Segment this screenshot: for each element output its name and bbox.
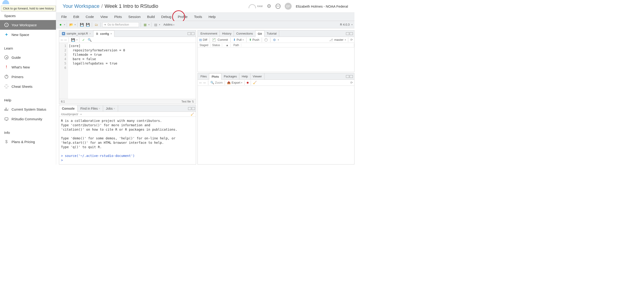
minimize-pane-icon[interactable] (188, 107, 191, 110)
diff-button[interactable]: ▤Diff (199, 38, 207, 42)
menu-help[interactable]: Help (206, 13, 218, 20)
menu-build[interactable]: Build (144, 13, 158, 20)
maximize-pane-icon[interactable] (192, 107, 195, 110)
tab-config[interactable]: 🗎 config × (94, 31, 114, 37)
tab-plots[interactable]: Plots (209, 73, 222, 80)
menu-tools[interactable]: Tools (191, 13, 205, 20)
ram-widget[interactable]: RAM (248, 4, 263, 8)
menu-edit[interactable]: Edit (70, 13, 82, 20)
tab-environment[interactable]: Environment (198, 31, 220, 37)
tab-git[interactable]: Git (256, 31, 264, 37)
maximize-pane-icon[interactable] (350, 75, 353, 78)
r-version-label[interactable]: R 4.0.3 (340, 23, 350, 26)
dropdown-caret-icon[interactable]: ▾ (159, 24, 160, 26)
minimize-pane-icon[interactable] (346, 75, 349, 78)
sidebar-item-community[interactable]: RStudio Community (0, 114, 56, 124)
user-name[interactable]: Elizabeth Holmes - NOAA Federal (296, 4, 348, 8)
sort-up-icon[interactable]: ▲ (224, 44, 230, 47)
prev-plot-icon[interactable]: ⇦ (199, 81, 202, 85)
new-file-icon[interactable]: ● (58, 22, 63, 27)
clear-plots-icon[interactable]: 🧹 (253, 81, 257, 84)
sidebar-item-guide[interactable]: Guide (0, 53, 56, 62)
forward-arrow-icon[interactable]: ⇨ (64, 38, 67, 42)
minimize-pane-icon[interactable] (346, 32, 349, 35)
sidebar-item-new-space[interactable]: + New Space (0, 30, 56, 39)
sidebar-item-system-status[interactable]: Current System Status (0, 104, 56, 114)
dropdown-caret-icon[interactable]: ▾ (278, 39, 279, 41)
next-plot-icon[interactable]: ⇨ (203, 81, 206, 85)
menu-view[interactable]: View (98, 13, 110, 20)
minimize-pane-icon[interactable] (188, 32, 191, 35)
settings-gear-icon[interactable]: ⚙ (267, 3, 271, 9)
export-button[interactable]: 📤Export ▾ (227, 81, 242, 84)
zoom-button[interactable]: 🔍Zoom (210, 81, 222, 84)
addins-menu[interactable]: Addins ▾ (164, 23, 174, 26)
col-path[interactable]: Path (232, 44, 241, 47)
tab-sample-script[interactable]: R sample_script.R × (60, 31, 94, 37)
menu-session[interactable]: Session (126, 13, 144, 20)
tab-connections[interactable]: Connections (234, 31, 255, 37)
back-arrow-icon[interactable]: ⇦ (60, 38, 63, 42)
tab-packages[interactable]: Packages (222, 73, 239, 80)
menu-debug[interactable]: Debug (158, 13, 174, 20)
branch-selector[interactable]: master (334, 38, 344, 42)
tab-find-in-files[interactable]: Find in Files × (78, 105, 103, 112)
more-menu-icon[interactable]: ••• (276, 4, 280, 9)
save-icon[interactable]: 💾 (79, 22, 84, 27)
menu-profile[interactable]: Profile (175, 13, 190, 20)
dropdown-caret-icon[interactable]: ▾ (148, 24, 150, 26)
commit-button[interactable]: Commit (212, 38, 228, 42)
sidebar-item-primers[interactable]: Primers (0, 72, 56, 82)
file-type-selector[interactable]: Text file (181, 100, 191, 103)
refresh-icon[interactable]: ⟳ (350, 38, 353, 42)
save-all-icon[interactable]: 💾 (85, 22, 90, 27)
tab-tutorial[interactable]: Tutorial (264, 31, 279, 37)
dropdown-caret-icon[interactable]: ▾ (74, 24, 76, 26)
tab-files[interactable]: Files (198, 73, 209, 80)
maximize-pane-icon[interactable] (191, 32, 194, 35)
tab-console[interactable]: Console (59, 105, 78, 112)
find-icon[interactable]: 🔍 (87, 37, 92, 42)
print-icon[interactable]: 🗂 (94, 22, 99, 27)
menu-code[interactable]: Code (83, 13, 97, 20)
goto-dir-icon[interactable]: ➜ (80, 113, 82, 116)
history-clock-icon[interactable] (264, 38, 268, 42)
maximize-pane-icon[interactable] (350, 32, 353, 35)
sort-icon[interactable]: ⇅ (192, 100, 194, 103)
sidebar-item-plans[interactable]: $ Plans & Pricing (0, 137, 56, 147)
avatar[interactable]: EF (285, 3, 292, 10)
clear-console-icon[interactable]: 🧹 (190, 113, 194, 116)
dropdown-caret-icon[interactable]: ▾ (76, 39, 78, 41)
tab-help[interactable]: Help (239, 73, 250, 80)
tab-jobs[interactable]: Jobs × (103, 105, 118, 112)
save-icon[interactable]: 💾 (70, 37, 76, 42)
pull-button[interactable]: ⬇Pull ▾ (233, 38, 244, 42)
source-editor[interactable]: [core] repositoryformatversion = 0 filem… (69, 43, 196, 99)
close-tab-icon[interactable]: × (114, 107, 115, 110)
menu-file[interactable]: File (58, 13, 70, 20)
breadcrumb-workspace[interactable]: Your Workspace (62, 3, 100, 9)
sidebar-item-whats-new[interactable]: ! What's New (0, 62, 56, 72)
spellcheck-icon[interactable]: ✓ (81, 37, 86, 42)
grid-icon[interactable]: ▦ (142, 22, 148, 27)
close-tab-icon[interactable]: × (110, 32, 112, 35)
dropdown-caret-icon[interactable]: ▾ (64, 24, 65, 26)
sidebar-item-your-workspace[interactable]: • Your Workspace (0, 20, 56, 30)
push-button[interactable]: ⬆Push (249, 38, 260, 42)
goto-file-function-input[interactable]: ➜ Go to file/function (102, 22, 139, 27)
open-file-icon[interactable]: 📂 (68, 22, 74, 27)
remove-plot-icon[interactable] (247, 81, 248, 84)
close-tab-icon[interactable]: × (89, 32, 91, 35)
tab-history[interactable]: History (220, 31, 234, 37)
tab-viewer[interactable]: Viewer (250, 73, 264, 80)
menu-plots[interactable]: Plots (112, 13, 124, 20)
refresh-icon[interactable]: ⟳ (350, 81, 353, 84)
dropdown-caret-icon[interactable]: ▾ (352, 24, 352, 26)
git-more-gear-icon[interactable]: ⚙ (273, 38, 276, 42)
col-status[interactable]: Status (210, 44, 222, 47)
col-staged[interactable]: Staged (198, 44, 210, 47)
sidebar-item-cheat-sheets[interactable]: Cheat Sheets (0, 82, 56, 91)
console-output[interactable]: R is a collaborative project with many c… (59, 117, 196, 164)
panes-icon[interactable]: ▤ (153, 22, 158, 27)
close-tab-icon[interactable]: × (99, 107, 100, 110)
